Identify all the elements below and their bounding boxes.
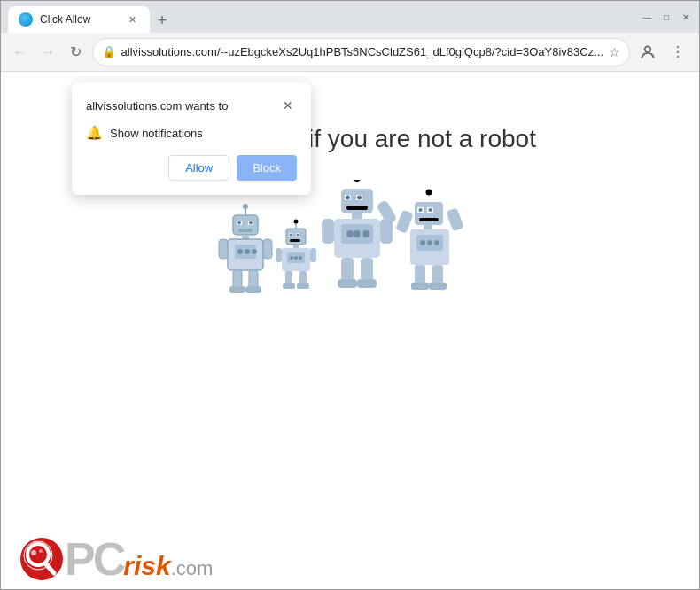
svg-rect-38 (299, 271, 307, 285)
svg-rect-19 (229, 286, 245, 293)
menu-button[interactable]: ⋮ (664, 38, 692, 66)
svg-point-73 (420, 240, 425, 245)
popup-header: allvissolutions.com wants to ✕ (86, 97, 297, 114)
bookmark-icon[interactable]: ☆ (609, 45, 620, 59)
svg-rect-40 (297, 283, 309, 289)
svg-point-14 (252, 249, 257, 254)
popup-title: allvissolutions.com wants to (86, 99, 228, 113)
svg-point-74 (427, 240, 432, 245)
svg-rect-18 (249, 270, 258, 288)
close-button[interactable]: ✕ (680, 11, 692, 23)
svg-point-47 (357, 196, 362, 200)
svg-rect-79 (432, 265, 443, 284)
svg-rect-37 (285, 271, 292, 285)
nav-actions: ⋮ (634, 38, 692, 66)
svg-rect-59 (361, 258, 373, 281)
window-controls: — □ ✕ (641, 11, 692, 23)
svg-rect-36 (310, 248, 316, 262)
svg-rect-58 (341, 258, 354, 281)
svg-point-53 (354, 230, 361, 237)
svg-point-27 (297, 234, 299, 237)
titlebar: Click Allow ✕ + — □ ✕ (1, 1, 699, 33)
brand-com: .com (171, 557, 214, 579)
svg-point-87 (39, 549, 43, 553)
svg-rect-48 (346, 206, 368, 210)
svg-point-13 (245, 249, 250, 254)
block-button[interactable]: Block (237, 155, 297, 181)
svg-rect-77 (446, 207, 463, 231)
popup-buttons: Allow Block (86, 155, 297, 181)
forward-button[interactable]: → (36, 38, 61, 66)
svg-point-7 (249, 221, 253, 225)
svg-point-86 (31, 550, 36, 555)
titlebar-tabs: Click Allow ✕ + (8, 1, 630, 33)
svg-point-6 (237, 221, 241, 225)
svg-point-67 (419, 208, 423, 212)
svg-point-33 (294, 256, 298, 260)
svg-point-34 (299, 256, 302, 260)
footer-brand: PCrisk.com (19, 536, 213, 582)
robots-svg (217, 180, 483, 295)
svg-point-3 (243, 204, 248, 209)
tab-close-button[interactable]: ✕ (125, 12, 139, 27)
svg-rect-80 (411, 283, 429, 290)
popup-notification-text: Show notifications (110, 127, 203, 140)
robots-illustration (217, 180, 483, 295)
svg-rect-49 (352, 213, 362, 219)
svg-rect-61 (357, 279, 377, 288)
svg-rect-20 (245, 286, 261, 293)
svg-rect-39 (283, 283, 295, 289)
lock-icon: 🔒 (102, 45, 116, 58)
tab-title: Click Allow (40, 13, 90, 26)
svg-rect-81 (429, 283, 447, 290)
svg-rect-62 (415, 202, 443, 225)
svg-rect-16 (263, 239, 272, 259)
svg-rect-35 (276, 248, 282, 262)
brand-text-container: PCrisk.com (65, 536, 213, 582)
svg-rect-17 (233, 270, 242, 288)
svg-point-68 (429, 208, 432, 212)
svg-point-32 (290, 256, 293, 260)
navbar: ← → ↻ 🔒 allvissolutions.com/--uzEbgckeXs… (1, 33, 699, 72)
svg-point-43 (354, 180, 361, 182)
reload-button[interactable]: ↻ (64, 38, 89, 66)
svg-point-23 (294, 220, 299, 224)
profile-button[interactable] (634, 38, 662, 66)
svg-point-12 (237, 249, 243, 254)
new-tab-button[interactable]: + (150, 8, 175, 33)
svg-rect-29 (293, 245, 299, 248)
svg-rect-21 (286, 229, 306, 245)
bell-icon: 🔔 (86, 125, 103, 141)
svg-point-0 (645, 46, 651, 52)
svg-rect-78 (415, 265, 425, 284)
maximize-button[interactable]: □ (660, 11, 673, 23)
browser-content: allvissolutions.com wants to ✕ 🔔 Show no… (1, 72, 699, 590)
popup-notification-row: 🔔 Show notifications (86, 125, 297, 141)
brand-logo-icon (19, 536, 65, 582)
back-button[interactable]: ← (8, 38, 33, 66)
popup-close-button[interactable]: ✕ (279, 97, 297, 114)
svg-point-64 (426, 190, 432, 196)
svg-point-46 (346, 196, 350, 200)
tab-favicon (19, 12, 33, 27)
permission-popup: allvissolutions.com wants to ✕ 🔔 Show no… (72, 82, 311, 195)
svg-rect-60 (338, 279, 357, 288)
minimize-button[interactable]: — (641, 11, 653, 23)
svg-rect-69 (419, 218, 439, 221)
svg-rect-28 (290, 239, 300, 242)
brand-risk: risk (123, 551, 170, 580)
svg-rect-8 (238, 229, 253, 232)
svg-point-26 (290, 234, 292, 237)
svg-rect-15 (219, 239, 228, 259)
svg-point-54 (362, 230, 369, 237)
svg-rect-76 (395, 210, 413, 234)
svg-rect-55 (322, 219, 334, 244)
svg-point-52 (346, 230, 354, 237)
active-tab[interactable]: Click Allow ✕ (8, 6, 150, 33)
allow-button[interactable]: Allow (168, 155, 229, 181)
address-text: allvissolutions.com/--uzEbgckeXs2Uq1hPBT… (121, 45, 603, 58)
svg-point-75 (434, 240, 439, 245)
svg-rect-70 (424, 225, 432, 229)
brand-pc: PC (65, 533, 123, 585)
address-bar[interactable]: 🔒 allvissolutions.com/--uzEbgckeXs2Uq1hP… (92, 38, 630, 66)
